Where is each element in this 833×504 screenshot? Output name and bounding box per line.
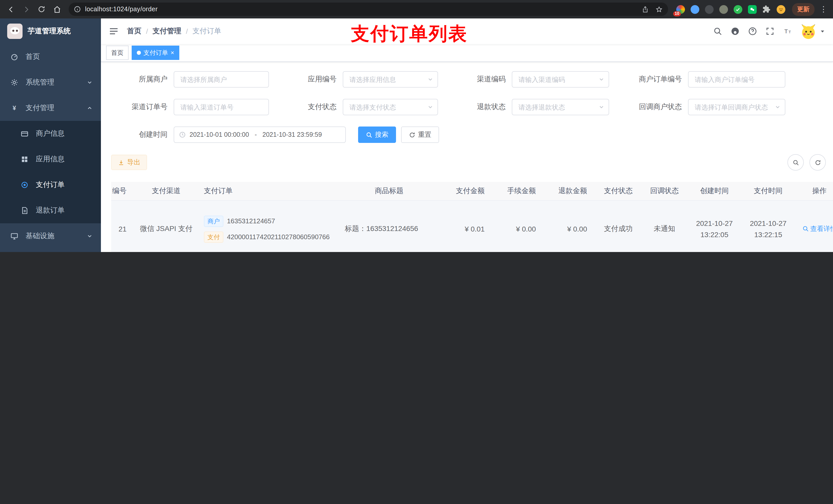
browser-back-button[interactable] <box>4 3 18 16</box>
sidebar-item-pay-order[interactable]: 支付订单 <box>0 172 101 198</box>
grid-icon <box>21 155 29 163</box>
breadcrumb-payment[interactable]: 支付管理 <box>153 27 181 36</box>
search-button-label: 搜索 <box>375 130 388 139</box>
fullscreen-icon[interactable] <box>765 27 775 36</box>
app-logo <box>7 24 23 39</box>
site-info-icon[interactable] <box>74 6 81 13</box>
col-status: 支付状态 <box>595 182 641 200</box>
merchant-order-no: 1635312124657 <box>227 217 275 225</box>
sidebar-item-system[interactable]: 系统管理 <box>0 70 101 95</box>
browser-reload-button[interactable] <box>35 3 48 16</box>
orders-table-wrap: 编号 支付渠道 支付订单 商品标题 支付金额 手续金额 退款金额 支付状态 回调… <box>111 182 833 252</box>
date-separator: - <box>255 131 257 138</box>
export-button-label: 导出 <box>127 158 140 167</box>
refresh-table-button[interactable] <box>809 154 826 171</box>
toggle-search-button[interactable] <box>787 154 804 171</box>
tab-pay-order[interactable]: 支付订单 × <box>132 46 179 60</box>
view-detail-link[interactable]: 查看详情 <box>802 224 833 234</box>
font-size-icon[interactable]: TT <box>783 27 792 36</box>
tab-home[interactable]: 首页 <box>106 46 128 60</box>
breadcrumb: 首页 / 支付管理 / 支付订单 <box>127 27 221 36</box>
cell-id: 21 <box>111 200 137 252</box>
extension-gray-icon[interactable] <box>718 4 729 14</box>
table-row[interactable]: 21 微信 JSAPI 支付 商户1635312124657 支付4200001… <box>111 200 833 252</box>
share-icon[interactable] <box>641 5 649 13</box>
refresh-icon <box>409 131 415 138</box>
sidebar-item-label: 基础设施 <box>26 232 54 241</box>
merchant-order-no-input[interactable] <box>688 71 785 88</box>
app-select-input[interactable] <box>343 71 438 88</box>
chevron-up-icon <box>87 105 93 111</box>
url-text[interactable]: localhost:1024/pay/order <box>85 6 641 13</box>
extension-dark-icon[interactable] <box>704 4 714 14</box>
bookmark-star-icon[interactable] <box>655 5 663 13</box>
col-channel: 支付渠道 <box>137 182 196 200</box>
filter-notify-status: 回调商户状态 <box>615 99 785 115</box>
col-notify: 回调状态 <box>641 182 688 200</box>
export-button[interactable]: 导出 <box>111 155 147 170</box>
refund-status-select[interactable] <box>512 99 609 115</box>
app-title: 芋道管理系统 <box>28 27 71 36</box>
search-icon <box>792 159 799 166</box>
browser-forward-button[interactable] <box>20 3 33 16</box>
help-icon[interactable] <box>748 27 757 36</box>
extension-wechat-icon[interactable] <box>747 4 757 14</box>
filter-row-1: 所属商户 应用编号 渠道编码 商户订单编号 <box>111 71 833 88</box>
cell-pay-order: 商户1635312124657 支付4200001174202110278060… <box>204 215 337 242</box>
search-icon <box>802 225 809 232</box>
tab-label: 首页 <box>111 48 123 57</box>
sidebar-item-dev-tools[interactable]: 研发工具 <box>0 249 101 252</box>
app-logo-row[interactable]: 芋道管理系统 <box>0 19 101 44</box>
filter-label: 创建时间 <box>111 130 174 139</box>
notify-status-select[interactable] <box>688 99 785 115</box>
github-icon[interactable] <box>731 27 740 36</box>
sidebar-item-home[interactable]: 首页 <box>0 44 101 70</box>
sidebar-item-merchant-info[interactable]: 商户信息 <box>0 121 101 146</box>
date-range-picker[interactable]: 2021-10-01 00:00:00 - 2021-10-31 23:59:5… <box>174 126 346 143</box>
caret-down-icon <box>820 28 825 34</box>
col-fee: 手续金额 <box>493 182 544 200</box>
cell-channel: 微信 JSAPI 支付 <box>137 200 196 252</box>
filter-label: 渠道订单号 <box>111 102 174 112</box>
filter-label: 退款状态 <box>444 102 512 112</box>
hamburger-icon[interactable] <box>109 26 119 37</box>
sidebar-item-payment[interactable]: ¥ 支付管理 <box>0 95 101 121</box>
extension-colorful-icon[interactable]: 10 <box>675 4 686 14</box>
col-pay-order: 支付订单 <box>196 182 337 200</box>
pay-status-select[interactable] <box>343 99 438 115</box>
avatar[interactable] <box>800 23 817 40</box>
pay-order-no: 4200001174202110278060590766 <box>227 233 330 241</box>
extensions-puzzle-icon[interactable] <box>761 4 771 14</box>
browser-menu-icon[interactable]: ⋮ <box>820 5 827 14</box>
profile-avatar-icon[interactable] <box>776 4 786 14</box>
date-end[interactable]: 2021-10-31 23:59:59 <box>263 131 322 138</box>
search-button[interactable]: 搜索 <box>358 126 396 143</box>
browser-home-button[interactable] <box>50 3 64 16</box>
date-start[interactable]: 2021-10-01 00:00:00 <box>190 131 249 138</box>
filter-label: 应用编号 <box>275 75 343 84</box>
channel-order-no-input[interactable] <box>174 99 269 115</box>
sidebar-item-refund-order[interactable]: 退款订单 <box>0 198 101 223</box>
filter-label: 支付状态 <box>275 102 343 112</box>
browser-update-button[interactable]: 更新 <box>792 3 814 16</box>
merchant-select-input[interactable] <box>174 71 269 88</box>
cell-title: 标题：1635312124656 <box>337 200 442 252</box>
url-bar[interactable]: localhost:1024/pay/order <box>69 3 668 16</box>
col-create-time: 创建时间 <box>688 182 741 200</box>
clock-icon <box>179 131 186 138</box>
refresh-icon <box>814 159 821 166</box>
tab-close-icon[interactable]: × <box>171 50 174 56</box>
sidebar-item-app-info[interactable]: 应用信息 <box>0 146 101 172</box>
breadcrumb-home[interactable]: 首页 <box>127 27 141 36</box>
reset-button[interactable]: 重置 <box>401 126 439 143</box>
table-header-row: 编号 支付渠道 支付订单 商品标题 支付金额 手续金额 退款金额 支付状态 回调… <box>111 182 833 200</box>
extension-green-check-icon[interactable] <box>733 4 743 14</box>
sidebar-item-infrastructure[interactable]: 基础设施 <box>0 223 101 249</box>
filter-create-time: 创建时间 2021-10-01 00:00:00 - 2021-10-31 23… <box>111 126 346 143</box>
user-avatar-wrap[interactable] <box>800 23 825 40</box>
chevron-down-icon <box>87 79 93 86</box>
pay-tag: 支付 <box>204 231 223 242</box>
channel-code-input[interactable] <box>512 71 609 88</box>
search-icon[interactable] <box>713 27 722 36</box>
extension-blue-icon[interactable] <box>690 4 700 14</box>
